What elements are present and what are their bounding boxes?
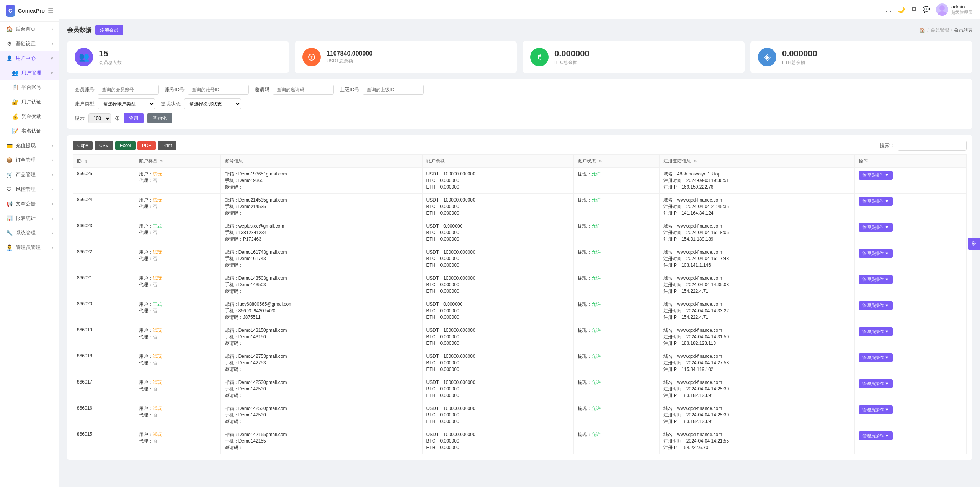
invite-code-input[interactable] [273, 85, 334, 95]
member-account-input[interactable] [98, 85, 159, 95]
account-type-label: 账户类型 [75, 100, 95, 107]
account-type-user-value[interactable]: 试玩 [153, 275, 162, 281]
csv-button[interactable]: CSV [95, 141, 113, 150]
admin-action-button[interactable]: 管理员操作 ▼ [859, 171, 893, 180]
admin-action-button[interactable]: 管理员操作 ▼ [859, 249, 893, 258]
sidebar-item-real-name-auth[interactable]: 📝 实名认证 [0, 124, 59, 138]
search-area: 搜索： [880, 141, 967, 151]
admin-action-button[interactable]: 管理员操作 ▼ [859, 327, 893, 336]
settings-fab[interactable]: ⚙ [968, 238, 980, 250]
print-button[interactable]: Print [158, 141, 176, 150]
display-select[interactable]: 10 25 50 100 [88, 113, 111, 123]
topbar-username: admin [951, 4, 972, 10]
balance-btc: BTC：0.000000 [426, 230, 570, 236]
withdraw-status-select[interactable]: 请选择提现状态 允许 禁止 [184, 98, 241, 109]
account-type-user-value[interactable]: 试玩 [153, 249, 162, 255]
account-type-user-value[interactable]: 试玩 [153, 171, 162, 177]
account-type-user-label: 用户： [139, 223, 153, 229]
cell-account-info: 邮箱：Demo143150gmail.com 手机：Demo143150 邀请码… [220, 324, 422, 350]
account-phone: 手机：Demo161743 [225, 256, 418, 262]
topbar-user[interactable]: admin 超级管理员 [936, 3, 972, 16]
account-id-input[interactable] [188, 85, 249, 95]
account-type-user-value[interactable]: 试玩 [153, 328, 162, 333]
sort-id-icon[interactable]: ⇅ [84, 159, 87, 164]
account-type-user-value[interactable]: 试玩 [153, 380, 162, 385]
chat-icon[interactable]: 💬 [923, 6, 930, 13]
admin-action-button[interactable]: 管理员操作 ▼ [859, 223, 893, 232]
superior-id-input[interactable] [363, 85, 424, 95]
balance-eth: ETH：0.000000 [426, 366, 570, 373]
account-type-select[interactable]: 请选择账户类型 正式 试玩 [98, 98, 155, 109]
account-email: 邮箱：Demo142753gmail.com [225, 353, 418, 360]
account-type-agent-value: 否 [153, 178, 157, 183]
account-type-user-label: 用户： [139, 354, 153, 359]
account-type-agent-value: 否 [153, 360, 157, 366]
risk-icon: 🛡 [6, 186, 13, 192]
member-account-label: 会员账号 [75, 86, 95, 93]
sidebar-item-product-management[interactable]: 🛒 产品管理 › [0, 167, 59, 182]
sort-status-icon[interactable]: ⇅ [599, 159, 602, 163]
sidebar-item-basic-settings[interactable]: ⚙ 基础设置 › [0, 36, 59, 51]
add-member-button[interactable]: 添加会员 [95, 25, 123, 35]
sidebar-item-user-auth[interactable]: 🔐 用户认证 [0, 95, 59, 109]
stat-usdt-value: 1107840.000000 [327, 50, 372, 57]
sidebar-item-user-center[interactable]: 👤 用户中心 ∨ [0, 51, 59, 66]
sidebar-item-platform-account[interactable]: 📋 平台账号 [0, 80, 59, 95]
theme-icon[interactable]: 🌙 [897, 6, 905, 13]
admin-action-button[interactable]: 管理员操作 ▼ [859, 353, 893, 362]
filter-invite-code: 邀请码 [255, 85, 334, 95]
sidebar-item-platform-account-label: 平台账号 [21, 84, 41, 91]
admin-action-button[interactable]: 管理员操作 ▼ [859, 405, 893, 414]
sidebar-item-order-management-label: 订单管理 [16, 157, 36, 164]
admin-action-button[interactable]: 管理员操作 ▼ [859, 301, 893, 310]
account-type-user-value[interactable]: 试玩 [153, 197, 162, 203]
sidebar-item-dashboard[interactable]: 🏠 后台首页 › [0, 22, 59, 36]
account-type-user-value[interactable]: 正式 [153, 223, 162, 229]
pdf-button[interactable]: PDF [137, 141, 156, 150]
admin-action-button[interactable]: 管理员操作 ▼ [859, 197, 893, 206]
cell-account-status: 提现：允许 [574, 168, 660, 194]
account-type-user-value[interactable]: 试玩 [153, 406, 162, 411]
sort-account-type-icon[interactable]: ⇅ [160, 159, 163, 163]
sidebar-item-fund-flow[interactable]: 💰 资金变动 [0, 109, 59, 124]
sidebar-item-risk-control[interactable]: 🛡 风控管理 › [0, 182, 59, 197]
breadcrumb-home-icon[interactable]: 🏠 [920, 28, 925, 33]
menu-toggle-icon[interactable]: ☰ [48, 7, 53, 15]
sidebar-item-order-management[interactable]: 📦 订单管理 › [0, 153, 59, 167]
monitor-icon[interactable]: 🖥 [911, 6, 917, 13]
cell-account-info: 邮箱：Demo214535gmail.com 手机：Demo214535 邀请码… [220, 194, 422, 220]
query-button[interactable]: 查询 [124, 113, 144, 123]
account-type-user-value[interactable]: 试玩 [153, 432, 162, 437]
table-row: 866024 用户：试玩 代理：否 邮箱：Demo214535gmail.com… [73, 194, 967, 220]
table-search-input[interactable] [898, 141, 967, 151]
copy-button[interactable]: Copy [73, 141, 93, 150]
sidebar-item-recharge-withdraw[interactable]: 💳 充值提现 › [0, 138, 59, 153]
sidebar-item-article-announcement-label: 文章公告 [16, 200, 36, 207]
sort-login-icon[interactable]: ⇅ [694, 159, 697, 163]
admin-action-button[interactable]: 管理员操作 ▼ [859, 275, 893, 284]
sidebar-item-report-stats[interactable]: 📊 报表统计 › [0, 211, 59, 226]
sidebar-item-user-management[interactable]: 👥 用户管理 ∨ [0, 66, 59, 80]
sidebar-item-admin-management[interactable]: 👨‍💼 管理员管理 › [0, 240, 59, 255]
admin-action-button[interactable]: 管理员操作 ▼ [859, 379, 893, 388]
cell-login-info: 域名：www.qdd-finance.com 注册时间：2024-04-04 1… [659, 376, 855, 402]
filter-row2: 账户类型 请选择账户类型 正式 试玩 提现状态 请选择提现状态 允许 禁止 [75, 98, 965, 109]
settings-icon: ⚙ [6, 41, 13, 47]
cell-action: 管理员操作 ▼ [855, 220, 967, 246]
excel-button[interactable]: Excel [115, 141, 136, 150]
login-domain: 域名：www.qdd-finance.com [663, 197, 851, 203]
account-type-agent-value: 否 [153, 282, 157, 287]
sidebar-item-system-management[interactable]: 🔧 系统管理 › [0, 226, 59, 240]
cell-account-status: 提现：允许 [574, 428, 660, 454]
cell-login-info: 域名：www.qdd-finance.com 注册时间：2024-04-04 2… [659, 194, 855, 220]
chevron-right-icon: › [52, 144, 53, 148]
account-type-user-value[interactable]: 正式 [153, 302, 162, 307]
fullscreen-icon[interactable]: ⛶ [885, 6, 892, 13]
account-type-user-label: 用户： [139, 197, 153, 203]
sidebar-item-article-announcement[interactable]: 📢 文章公告 › [0, 197, 59, 211]
cell-account-type: 用户：试玩 代理：否 [135, 428, 220, 454]
admin-action-button[interactable]: 管理员操作 ▼ [859, 431, 893, 440]
account-type-user-value[interactable]: 试玩 [153, 354, 162, 359]
reset-button[interactable]: 初始化 [147, 113, 172, 123]
cell-account-status: 提现：允许 [574, 324, 660, 350]
